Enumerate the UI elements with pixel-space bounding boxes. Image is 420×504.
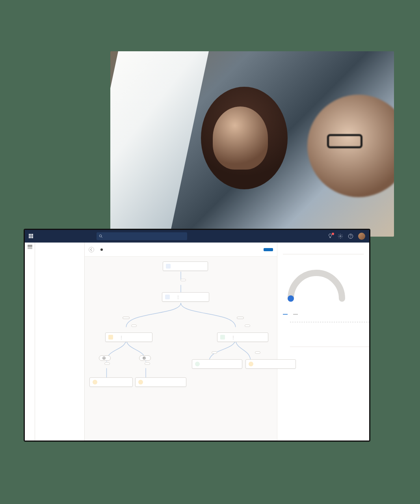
stop-button[interactable] [264, 248, 273, 251]
node-more-icon[interactable]: ⋮ [119, 336, 123, 338]
svg-rect-2 [329, 238, 331, 238]
flask-icon [108, 335, 113, 340]
hero-photo [110, 51, 394, 237]
node-optimize[interactable]: ⋮ [217, 332, 268, 342]
search-input[interactable] [97, 232, 187, 240]
node-abtest[interactable]: ⋮ [105, 332, 152, 342]
settings-icon[interactable] [338, 233, 343, 239]
gauge-chart [283, 267, 364, 306]
version-b-pill: B [139, 355, 151, 361]
branch-icon [165, 295, 170, 299]
count-va [104, 362, 110, 365]
svg-line-1 [101, 237, 102, 238]
count-vb [145, 362, 150, 365]
node-more-icon[interactable]: ⋮ [176, 296, 180, 298]
node-trigger[interactable] [163, 261, 208, 271]
count-rb [255, 351, 260, 354]
lightbulb-icon[interactable] [327, 233, 333, 239]
svg-point-5 [350, 237, 351, 238]
count-left [131, 325, 137, 327]
count-inflow [180, 279, 186, 281]
check-icon [195, 362, 200, 366]
line-chart [283, 319, 364, 362]
star-icon [138, 380, 143, 385]
branch-yes-pill [123, 317, 130, 319]
app-window: ⋮ ⋮ ⋮ [24, 229, 370, 442]
page-header [85, 243, 277, 257]
status-badge [100, 248, 104, 251]
optimize-icon [220, 335, 225, 340]
svg-point-3 [340, 235, 341, 237]
search-icon [99, 234, 103, 238]
version-a-pill: A [99, 355, 111, 361]
back-button[interactable] [89, 247, 94, 252]
star-icon [249, 362, 253, 366]
journey-canvas[interactable]: ⋮ ⋮ ⋮ [85, 243, 277, 441]
panel-tabs [283, 250, 364, 254]
branch-no-pill [237, 317, 244, 319]
nav-rail [25, 243, 35, 441]
main: ⋮ ⋮ ⋮ [85, 243, 369, 441]
line-legend [283, 314, 364, 315]
node-end-b[interactable] [135, 377, 186, 387]
app-launcher-icon[interactable] [29, 234, 33, 239]
node-more-icon[interactable]: ⋮ [231, 336, 235, 338]
svg-point-0 [99, 235, 102, 237]
bolt-icon [166, 264, 171, 269]
topbar [25, 230, 369, 243]
star-icon [93, 380, 97, 385]
count-right [245, 325, 250, 327]
node-end-a[interactable] [89, 377, 133, 387]
help-icon[interactable] [348, 233, 353, 239]
menu-toggle-icon[interactable] [28, 245, 32, 249]
sidebar [35, 243, 85, 441]
node-loyalty-a[interactable] [192, 359, 242, 369]
count-ra [212, 351, 217, 354]
node-branch[interactable]: ⋮ [162, 292, 209, 302]
avatar[interactable] [358, 233, 365, 240]
right-panel [277, 243, 369, 441]
